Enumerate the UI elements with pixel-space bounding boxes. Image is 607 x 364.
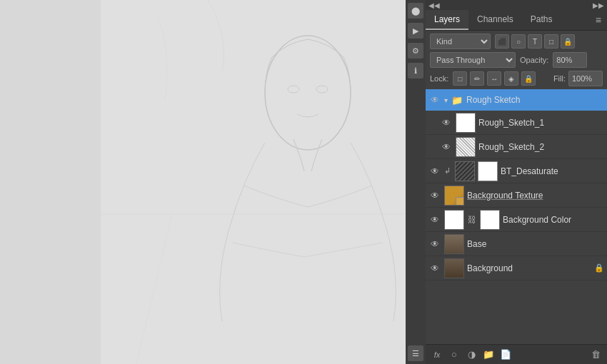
panel-tabs: Layers Channels Paths ≡: [426, 10, 607, 31]
layer-name-background: Background: [467, 263, 591, 273]
tab-channels[interactable]: Channels: [468, 10, 522, 30]
kind-icons: ⬛ ○ T □ 🔒: [495, 34, 575, 49]
tab-layers[interactable]: Layers: [426, 10, 468, 30]
lock-label: Lock:: [430, 74, 448, 83]
kind-row: Kind ⬛ ○ T □ 🔒: [430, 34, 603, 49]
mask-bt-desaturate: [478, 161, 498, 181]
toolbar-btn-info[interactable]: ℹ: [408, 63, 423, 79]
bottom-mask-button[interactable]: ○: [447, 348, 461, 362]
layer-item-rough-sketch-1[interactable]: 👁 Rough_Sketch_1: [426, 111, 607, 135]
opacity-input[interactable]: [553, 52, 587, 68]
layer-name-rough-sketch-2: Rough_Sketch_2: [478, 142, 604, 152]
kind-icon-adjust[interactable]: ○: [511, 34, 526, 49]
thumb-base: [444, 234, 464, 254]
panels-area: ◀◀ ▶▶ Layers Channels Paths ≡ Kind ⬛ ○ T…: [426, 0, 607, 364]
return-icon-bt-desaturate: ↲: [444, 166, 451, 176]
bottom-group-button[interactable]: 📁: [481, 348, 496, 362]
layer-item-rough-sketch-2[interactable]: 👁 Rough_Sketch_2: [426, 135, 607, 159]
kind-icon-smart[interactable]: 🔒: [561, 34, 575, 49]
fill-label: Fill:: [553, 74, 566, 83]
thumb-bt-desaturate: [455, 161, 475, 181]
layer-item-bt-desaturate[interactable]: 👁 ↲ BT_Desaturate: [426, 159, 607, 183]
tab-paths[interactable]: Paths: [522, 10, 561, 30]
layer-name-background-texture: Background Texture: [467, 191, 604, 201]
layer-item-base[interactable]: 👁 Base: [426, 232, 607, 256]
layer-name-bt-desaturate: BT_Desaturate: [501, 166, 604, 176]
lock-all[interactable]: 🔒: [521, 71, 536, 86]
lock-image[interactable]: ✏: [470, 71, 484, 86]
layer-item-background[interactable]: 👁 Background 🔒: [426, 256, 607, 280]
toolbar-btn-settings[interactable]: ⚙: [408, 43, 423, 59]
thumb-rough-sketch-2: [456, 137, 476, 157]
eye-icon-background-color[interactable]: 👁: [428, 213, 441, 226]
lock-row: Lock: □ ✏ ↔ ◈ 🔒 Fill:: [430, 71, 603, 86]
eye-icon-rough-sketch-2[interactable]: 👁: [440, 141, 453, 153]
panel-menu-icon[interactable]: ≡: [590, 11, 607, 29]
layer-name-base: Base: [467, 239, 604, 249]
eye-icon-bt-desaturate[interactable]: 👁: [428, 165, 441, 178]
layer-item-background-texture[interactable]: 👁 Background Texture: [426, 183, 607, 208]
kind-icon-type[interactable]: T: [528, 34, 542, 49]
layer-name-rough-sketch: Rough Sketch: [466, 95, 604, 105]
blend-row: Pass Through Normal Multiply Screen Opac…: [430, 52, 603, 68]
toolbar-btn-list[interactable]: ☰: [408, 345, 423, 361]
eye-icon-base[interactable]: 👁: [428, 238, 441, 251]
thumb-rough-sketch-1: [456, 113, 476, 133]
kind-select[interactable]: Kind: [430, 34, 491, 49]
thumb-background-color: [444, 210, 464, 230]
collapse-right-icon[interactable]: ▶▶: [593, 1, 604, 9]
panel-bottom: fx ○ ◑ 📁 📄 🗑: [426, 344, 607, 364]
toolbar-btn-top[interactable]: ⬤: [408, 3, 423, 19]
mask-background-color: [480, 210, 500, 230]
layer-list: 👁 ▾ 📁 Rough Sketch 👁 Rough_Sketch_1 👁 Ro…: [426, 89, 607, 344]
layer-name-background-color: Background Color: [503, 215, 604, 225]
bottom-delete-button[interactable]: 🗑: [588, 348, 603, 362]
eye-icon-rough-sketch-1[interactable]: 👁: [440, 116, 453, 129]
blend-mode-select[interactable]: Pass Through Normal Multiply Screen: [430, 52, 516, 68]
layer-item-background-color[interactable]: 👁 ⛓ Background Color: [426, 208, 607, 232]
bottom-adjustment-button[interactable]: ◑: [464, 348, 478, 362]
collapse-left-icon[interactable]: ◀◀: [428, 1, 440, 9]
arrow-rough-sketch: ▾: [444, 96, 448, 104]
fill-input[interactable]: [568, 71, 603, 86]
lock-position[interactable]: ↔: [487, 71, 501, 86]
lock-transparent[interactable]: □: [453, 71, 467, 86]
eye-icon-rough-sketch[interactable]: 👁: [428, 93, 441, 106]
lock-icon-background: 🔒: [594, 263, 604, 273]
kind-icon-pixel[interactable]: ⬛: [495, 34, 509, 49]
folder-icon-rough-sketch: 📁: [451, 93, 463, 106]
left-toolbar: ⬤ ▶ ⚙ ℹ ☰: [406, 0, 426, 364]
layer-group-rough-sketch[interactable]: 👁 ▾ 📁 Rough Sketch: [426, 89, 607, 111]
bottom-fx-button[interactable]: fx: [430, 348, 444, 362]
opacity-label: Opacity:: [520, 56, 548, 64]
thumb-background: [444, 258, 464, 278]
kind-icon-shape[interactable]: □: [544, 34, 558, 49]
panel-arrows: ◀◀ ▶▶: [426, 0, 607, 10]
thumb-background-texture: [444, 186, 464, 206]
eye-icon-background-texture[interactable]: 👁: [428, 189, 441, 202]
toolbar-btn-play[interactable]: ▶: [408, 23, 423, 39]
eye-icon-background[interactable]: 👁: [428, 262, 441, 275]
layer-controls: Kind ⬛ ○ T □ 🔒 Pass Through Normal Multi…: [426, 31, 607, 89]
lock-artboard[interactable]: ◈: [504, 71, 518, 86]
bottom-new-layer-button[interactable]: 📄: [498, 348, 513, 362]
layer-name-rough-sketch-1: Rough_Sketch_1: [478, 118, 604, 128]
chain-icon-background-color: ⛓: [467, 210, 477, 230]
